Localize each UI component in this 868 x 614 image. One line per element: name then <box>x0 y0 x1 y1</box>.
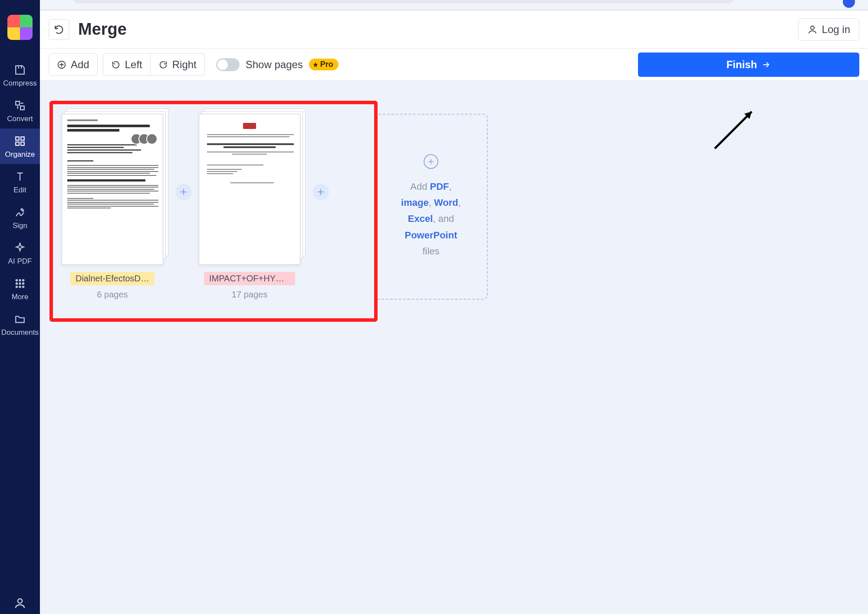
show-pages-label: Show pages <box>246 59 303 71</box>
svg-rect-0 <box>16 101 20 105</box>
svg-point-9 <box>16 283 17 284</box>
plus-circle-icon <box>57 60 66 69</box>
sidebar-item-convert[interactable]: Convert <box>0 93 40 129</box>
svg-rect-3 <box>21 137 24 140</box>
sidebar-item-edit[interactable]: Edit <box>0 164 40 200</box>
file-thumbnail-1 <box>62 114 163 265</box>
titlebar: Merge Log in <box>40 10 868 49</box>
svg-rect-5 <box>21 142 24 145</box>
file-name-1: Dialnet-EfectosD… <box>70 272 155 285</box>
svg-point-10 <box>19 283 20 284</box>
edit-icon <box>13 170 26 183</box>
svg-point-8 <box>23 280 24 281</box>
sparkle-icon <box>13 241 26 254</box>
star-icon <box>312 62 319 68</box>
sidebar-item-sign[interactable]: Sign <box>0 200 40 235</box>
annotation-arrow <box>710 101 763 153</box>
canvas: Dialnet-EfectosD… 6 pages + <box>40 81 868 614</box>
sidebar-label: Edit <box>13 186 26 195</box>
app-logo[interactable] <box>7 15 33 40</box>
sidebar-profile[interactable] <box>0 597 40 614</box>
url-bar[interactable] <box>74 0 733 3</box>
svg-line-18 <box>715 112 752 149</box>
insert-slot-2: + <box>306 114 336 270</box>
sidebar-label: Convert <box>7 115 33 123</box>
grid-icon <box>13 277 26 290</box>
login-label: Log in <box>822 23 850 36</box>
user-icon <box>807 24 818 35</box>
rotate-group: Left Right <box>103 53 205 76</box>
svg-point-12 <box>16 286 17 287</box>
main-area: Merge Log in Add Left Right Show pages <box>40 10 868 614</box>
sidebar-item-compress[interactable]: Compress <box>0 57 40 93</box>
svg-point-7 <box>19 280 20 281</box>
show-pages-control: Show pages Pro <box>216 58 339 71</box>
svg-point-11 <box>23 283 24 284</box>
dropzone-text: Add PDF, image, Word, Excel, and PowerPo… <box>401 178 461 260</box>
insert-button-1[interactable]: + <box>175 184 192 200</box>
rotate-right-button[interactable]: Right <box>150 54 204 76</box>
file-name-2: IMPACT+OF+HYP… <box>204 272 295 285</box>
organize-icon <box>13 135 26 148</box>
login-button[interactable]: Log in <box>798 18 859 41</box>
sidebar-item-ai-pdf[interactable]: AI PDF <box>0 235 40 271</box>
sidebar-label: Sign <box>13 221 27 230</box>
file-card-1[interactable]: Dialnet-EfectosD… 6 pages <box>62 114 168 270</box>
file-pages-1: 6 pages <box>62 290 163 300</box>
files-row: Dialnet-EfectosD… 6 pages + <box>62 114 336 270</box>
insert-button-2[interactable]: + <box>312 184 329 200</box>
sidebar-label: Documents <box>1 328 39 337</box>
show-pages-toggle[interactable] <box>216 58 240 71</box>
pro-badge: Pro <box>309 59 339 70</box>
insert-slot-1: + <box>168 114 199 270</box>
page-title: Merge <box>78 20 127 39</box>
folder-icon <box>13 313 26 326</box>
browser-profile-avatar[interactable] <box>843 0 855 8</box>
toolbar: Add Left Right Show pages Pro Finish <box>40 49 868 81</box>
sidebar-label: Compress <box>3 79 36 88</box>
svg-marker-19 <box>744 112 752 119</box>
browser-chrome-bar <box>0 0 868 6</box>
add-label: Add <box>71 59 89 71</box>
file-pages-2: 17 pages <box>199 290 300 300</box>
add-button[interactable]: Add <box>49 53 98 76</box>
sidebar-label: Organize <box>5 150 35 159</box>
sidebar: Compress Convert Organize Edit Sign AI P… <box>0 0 40 614</box>
svg-rect-1 <box>20 106 24 110</box>
rotate-left-icon <box>111 60 121 69</box>
sidebar-item-documents[interactable]: Documents <box>0 307 40 342</box>
svg-rect-2 <box>16 137 19 140</box>
file-card-2[interactable]: IMPACT+OF+HYP… 17 pages <box>199 114 306 270</box>
pro-label: Pro <box>320 60 333 69</box>
sidebar-label: AI PDF <box>8 257 32 266</box>
plus-outline-icon: + <box>424 154 438 169</box>
svg-point-13 <box>19 286 20 287</box>
finish-label: Finish <box>727 59 757 71</box>
svg-point-6 <box>16 280 17 281</box>
svg-rect-4 <box>16 142 19 145</box>
sidebar-item-more[interactable]: More <box>0 271 40 307</box>
undo-button[interactable] <box>49 19 69 40</box>
rotate-left-button[interactable]: Left <box>103 54 150 76</box>
sign-icon <box>13 206 26 219</box>
add-file-dropzone[interactable]: + Add PDF, image, Word, Excel, and Power… <box>374 114 488 300</box>
rotate-left-label: Left <box>125 59 142 71</box>
file-thumbnail-2 <box>199 114 300 265</box>
svg-point-16 <box>811 26 814 30</box>
rotate-right-label: Right <box>172 59 197 71</box>
sidebar-item-organize[interactable]: Organize <box>0 129 40 164</box>
rotate-right-icon <box>158 60 168 69</box>
convert-icon <box>13 99 26 112</box>
sidebar-label: More <box>12 293 29 301</box>
svg-point-14 <box>23 286 24 287</box>
compress-icon <box>13 63 26 76</box>
svg-point-15 <box>18 599 22 603</box>
arrow-right-icon <box>761 60 771 69</box>
finish-button[interactable]: Finish <box>638 53 859 77</box>
